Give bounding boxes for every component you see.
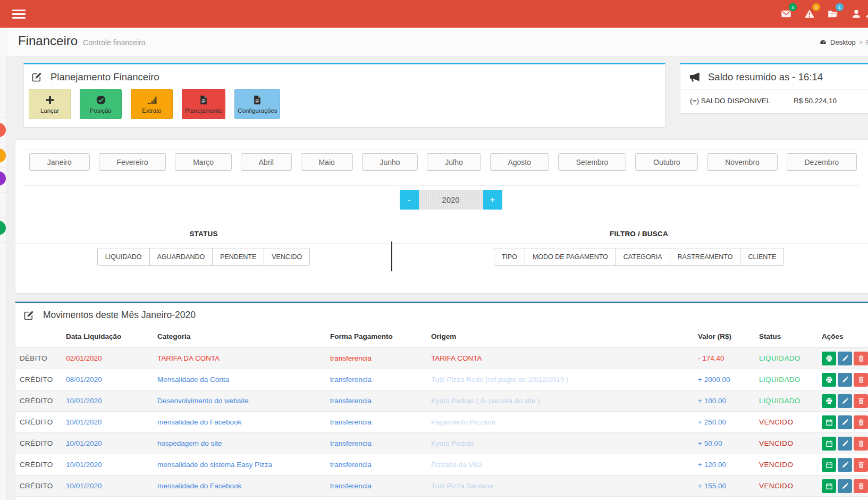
month-button-maio[interactable]: Maio (301, 153, 353, 171)
col-date: Data Liquidação (62, 326, 153, 348)
planning-panel-title: Planejamento Financeiro (50, 71, 159, 83)
month-button-janeiro[interactable]: Janeiro (29, 153, 90, 171)
month-button-agosto[interactable]: Agosto (490, 153, 549, 171)
delete-button[interactable] (854, 415, 868, 429)
section-divider (391, 241, 392, 271)
status-aguardando-button[interactable]: AGUARDANDO (149, 248, 213, 266)
row-value: + 2000.00 (694, 369, 755, 390)
table-row: DÉBITO 02/01/2020 TARIFA DA CONTA transf… (15, 348, 868, 369)
month-button-outubro[interactable]: Outubro (635, 153, 698, 171)
trash-icon (857, 461, 865, 469)
row-payment: transferencia (326, 454, 427, 476)
planning-panel: Planejamento Financeiro Lançar Posição E… (23, 63, 665, 128)
status-badge: LIQUIDADO (755, 369, 818, 390)
hamburger-menu-icon[interactable] (12, 10, 26, 19)
month-button-abril[interactable]: Abril (241, 153, 292, 171)
filter-rastreamento-button[interactable]: RASTREAMENTO (670, 248, 741, 266)
row-date: 10/01/2020 (62, 433, 153, 454)
warnings-badge: 0 (812, 3, 820, 11)
month-button-marco[interactable]: Março (175, 153, 232, 171)
print-button[interactable] (822, 394, 836, 408)
print-button[interactable] (822, 352, 836, 365)
delete-button[interactable] (854, 479, 868, 493)
schedule-button[interactable] (822, 458, 836, 472)
row-payment: transferencia (326, 369, 427, 390)
row-payment: transferencia (326, 433, 427, 454)
month-button-novembro[interactable]: Novembro (707, 153, 777, 171)
status-liquidado-button[interactable]: LIQUIDADO (97, 248, 150, 266)
edit-button[interactable] (838, 394, 852, 408)
filter-tipo-button[interactable]: TIPO (494, 248, 525, 266)
month-button-fevereiro[interactable]: Fevereiro (99, 153, 166, 171)
pencil-icon (841, 376, 849, 384)
row-category: Mensalidade da Conta (153, 369, 326, 390)
messages-nav-item[interactable]: 4 (774, 0, 798, 28)
month-button-setembro[interactable]: Setembro (558, 153, 626, 171)
status-pendente-button[interactable]: PENDENTE (212, 248, 264, 266)
col-type (15, 326, 62, 348)
row-origin: Pizzaria da Villa (427, 454, 694, 476)
bar-chart-icon (147, 95, 157, 105)
months-row: Janeiro Fevereiro Março Abril Maio Junho… (29, 153, 857, 171)
col-actions: Ações (818, 326, 868, 348)
row-value: + 100.00 (694, 390, 755, 412)
movements-panel-title: Movimentos deste Mês Janeiro-2020 (43, 310, 196, 321)
configuracoes-button[interactable]: Configurações (234, 89, 280, 119)
status-badge: LIQUIDADO (755, 390, 818, 412)
row-value: + 120.00 (694, 454, 755, 476)
schedule-button[interactable] (822, 437, 836, 451)
collapsed-sidebar-strip (0, 28, 6, 500)
col-payment: Forma Pagamento (326, 326, 427, 348)
delete-button[interactable] (854, 394, 868, 408)
status-badge: VENCIDO (755, 433, 818, 454)
col-status: Status (755, 326, 818, 348)
schedule-button[interactable] (822, 415, 836, 429)
pencil-icon (841, 482, 849, 490)
row-origin: Kyoto Pedras ( 8- parcela do site ) (427, 390, 694, 412)
month-button-julho[interactable]: Julho (427, 153, 481, 171)
content-header: Financeiro Controle financeiro Desktop >… (6, 28, 868, 57)
posicao-button[interactable]: Posição (80, 89, 122, 119)
month-button-dezembro[interactable]: Dezembro (787, 153, 857, 171)
status-vencido-button[interactable]: VENCIDO (264, 248, 310, 266)
table-header-row: Data Liquidação Categoria Forma Pagament… (15, 326, 868, 348)
planejamento-button[interactable]: Planejamento (182, 89, 225, 119)
table-row: CRÉDITO 10/01/2020 mensalidade do Facebo… (15, 412, 868, 433)
year-increment-button[interactable]: + (483, 190, 502, 210)
filter-categoria-button[interactable]: CATEGORIA (616, 248, 670, 266)
edit-button[interactable] (838, 373, 852, 387)
edit-button[interactable] (838, 458, 852, 472)
delete-button[interactable] (854, 373, 868, 387)
filter-modo-pagamento-button[interactable]: MODO DE PAGAMENTO (525, 248, 616, 266)
lancar-button[interactable]: Lançar (29, 89, 71, 119)
print-button[interactable] (822, 373, 836, 387)
filter-cliente-button[interactable]: CLIENTE (740, 248, 784, 266)
edit-button[interactable] (838, 479, 852, 493)
schedule-button[interactable] (822, 479, 836, 493)
movements-panel: Movimentos deste Mês Janeiro-2020 Data L… (15, 302, 868, 500)
edit-button[interactable] (838, 437, 852, 451)
row-origin: Pagamento Pizzaria (427, 412, 694, 433)
edit-button[interactable] (838, 352, 852, 365)
year-decrement-button[interactable]: - (400, 190, 419, 210)
month-button-junho[interactable]: Junho (362, 153, 418, 171)
delete-button[interactable] (854, 437, 868, 451)
table-row: CRÉDITO 08/01/2020 Mensalidade da Conta … (15, 369, 868, 390)
col-origin: Origem (427, 326, 694, 348)
trash-icon (857, 482, 865, 490)
pencil-icon (841, 440, 849, 447)
files-nav-item[interactable]: 1 (821, 0, 845, 28)
row-category: mensalidade do Facebook (153, 412, 326, 433)
period-filter-panel: Janeiro Fevereiro Março Abril Maio Junho… (15, 139, 868, 294)
delete-button[interactable] (854, 352, 868, 365)
breadcrumb-home[interactable]: Desktop (830, 38, 856, 46)
row-value: + 250.00 (694, 412, 755, 433)
warnings-nav-item[interactable]: 0 (798, 0, 821, 28)
edit-button[interactable] (838, 415, 852, 429)
extrato-button[interactable]: Extrato (131, 89, 173, 119)
delete-button[interactable] (854, 458, 868, 472)
row-value: + 155.00 (694, 476, 755, 497)
trash-icon (857, 419, 865, 426)
calendar-icon (825, 461, 833, 469)
file-icon (198, 95, 209, 105)
